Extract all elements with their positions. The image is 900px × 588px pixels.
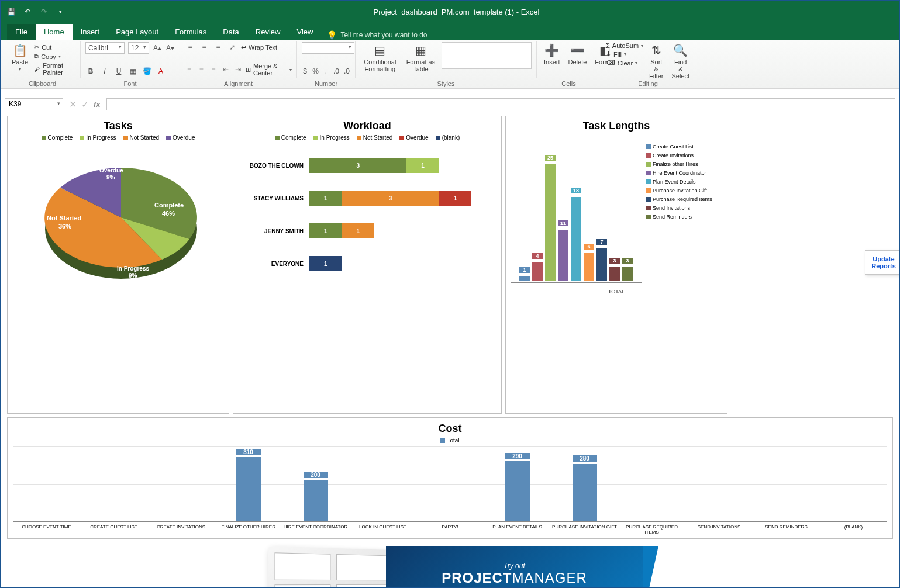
paste-button[interactable]: 📋 Paste ▾ <box>9 42 30 73</box>
orientation-icon[interactable]: ⤢ <box>227 42 237 53</box>
clear-button[interactable]: ⌫Clear▾ <box>606 59 643 67</box>
workload-legend: Complete In Progress Not Started Overdue… <box>233 134 501 141</box>
brush-icon: 🖌 <box>34 65 40 72</box>
merge-center-button[interactable]: ⊞Merge & Center▾ <box>246 63 292 77</box>
name-box[interactable]: K39 <box>5 98 63 110</box>
task-length-bar: 3 <box>622 267 633 281</box>
indent-inc-icon[interactable]: ⇥ <box>233 64 242 75</box>
font-size-select[interactable]: 12 <box>128 42 149 54</box>
delete-cells-button[interactable]: ➖Delete <box>566 42 589 67</box>
qat-dropdown-icon[interactable]: ▾ <box>55 6 65 17</box>
indent-dec-icon[interactable]: ⇤ <box>221 64 230 75</box>
promo-banner[interactable]: Try out PROJECTMANAGER for FREE!LET'S GE… <box>269 546 632 588</box>
align-bottom-icon[interactable]: ≡ <box>213 42 223 53</box>
task-length-legend-item: Create Invitations <box>646 153 722 158</box>
comma-icon[interactable]: , <box>323 66 329 77</box>
tasks-chart-title: Tasks <box>8 116 229 134</box>
task-length-legend-item: Send Invitations <box>646 205 722 211</box>
group-label-editing: Editing <box>601 80 695 87</box>
fx-icon[interactable]: fx <box>94 100 101 109</box>
task-length-bar: 6 <box>584 253 594 281</box>
task-length-bar: 25 <box>545 164 556 281</box>
format-as-table-button[interactable]: ▦Format as Table <box>404 42 438 74</box>
workload-row-name: BOZO THE CLOWN <box>245 162 309 169</box>
tab-review[interactable]: Review <box>247 24 289 40</box>
cost-bar: 310 <box>236 457 261 521</box>
task-length-bar: 1 <box>519 276 530 281</box>
align-top-icon[interactable]: ≡ <box>185 42 195 53</box>
fill-color-button[interactable]: 🪣 <box>142 66 152 77</box>
tab-insert[interactable]: Insert <box>73 24 108 40</box>
cond-format-icon: ▤ <box>373 43 387 57</box>
italic-button[interactable]: I <box>99 66 110 77</box>
align-left-icon[interactable]: ≡ <box>185 64 194 75</box>
workload-segment: 1 <box>309 223 342 238</box>
workload-row: STACY WILLIAMS131 <box>245 182 489 215</box>
wrap-icon: ↩ <box>241 44 246 51</box>
font-family-select[interactable]: Calibri <box>85 42 125 54</box>
decrease-decimal-icon[interactable]: .0 <box>343 66 350 77</box>
border-button[interactable]: ▦ <box>127 66 138 77</box>
wrap-text-button[interactable]: ↩Wrap Text <box>241 44 277 51</box>
save-icon[interactable]: 💾 <box>6 6 16 17</box>
percent-icon[interactable]: % <box>312 66 319 77</box>
sort-filter-button[interactable]: ⇅Sort & Filter <box>647 42 665 81</box>
find-select-button[interactable]: 🔍Find & Select <box>670 42 692 81</box>
tab-file[interactable]: File <box>7 24 36 40</box>
task-length-legend-item: Create Guest List <box>646 144 722 150</box>
autosum-button[interactable]: ΣAutoSum▾ <box>606 42 643 49</box>
workload-bar: 1 <box>309 256 489 271</box>
task-length-bar: 11 <box>558 230 568 281</box>
ribbon: 📋 Paste ▾ ✂Cut ⧉Copy▾ 🖌Format Painter Cl… <box>1 40 899 89</box>
task-length-legend-item: Send Reminders <box>646 214 722 220</box>
tab-formulas[interactable]: Formulas <box>167 24 215 40</box>
task-lengths-bars: 142511186733 <box>511 138 642 283</box>
currency-icon[interactable]: $ <box>302 66 308 77</box>
tab-data[interactable]: Data <box>215 24 247 40</box>
tell-me-search[interactable]: 💡 Tell me what you want to do <box>327 30 427 40</box>
cell-styles-gallery[interactable] <box>442 42 532 69</box>
tab-page-layout[interactable]: Page Layout <box>108 24 167 40</box>
cost-x-label: PURCHASE REQUIRED ITEMS <box>619 524 685 535</box>
svg-text:9%: 9% <box>106 174 115 181</box>
svg-text:9%: 9% <box>129 272 137 279</box>
update-reports-button[interactable]: Update Reports <box>865 250 900 275</box>
cut-button[interactable]: ✂Cut <box>34 43 75 51</box>
increase-decimal-icon[interactable]: .0 <box>333 66 340 77</box>
format-painter-button[interactable]: 🖌Format Painter <box>34 62 75 76</box>
group-label-cells: Cells <box>537 80 601 87</box>
banner-tryout: Try out <box>504 562 525 570</box>
align-center-icon[interactable]: ≡ <box>197 64 206 75</box>
group-alignment: ≡ ≡ ≡ ⤢ ↩Wrap Text ≡ ≡ ≡ ⇤ ⇥ ⊞Merge & Ce… <box>180 41 297 78</box>
task-lengths-chart-panel[interactable]: Task Lengths 142511186733 Create Guest L… <box>505 116 727 414</box>
underline-button[interactable]: U <box>113 66 124 77</box>
font-color-button[interactable]: A <box>156 66 166 77</box>
redo-icon[interactable]: ↷ <box>39 6 49 17</box>
formula-input[interactable] <box>106 98 895 110</box>
paste-label: Paste <box>12 58 28 65</box>
banner-brand: PROJECTMANAGER <box>442 570 587 586</box>
undo-icon[interactable]: ↶ <box>22 6 33 17</box>
decrease-font-icon[interactable]: A▾ <box>165 43 175 53</box>
cancel-formula-icon[interactable]: ✕ <box>69 99 77 110</box>
tab-home[interactable]: Home <box>36 24 73 40</box>
tab-view[interactable]: View <box>288 24 321 40</box>
fill-button[interactable]: ⬇Fill▾ <box>606 50 643 58</box>
search-icon: 🔍 <box>674 43 688 57</box>
copy-button[interactable]: ⧉Copy▾ <box>34 53 75 60</box>
align-middle-icon[interactable]: ≡ <box>199 42 209 53</box>
align-right-icon[interactable]: ≡ <box>209 64 218 75</box>
fill-icon: ⬇ <box>606 50 611 58</box>
cost-chart-panel[interactable]: Cost Total 310200290280 CHOOSE EVENT TIM… <box>7 417 893 539</box>
insert-cells-button[interactable]: ➕Insert <box>542 42 563 67</box>
conditional-formatting-button[interactable]: ▤Conditional Formatting <box>360 42 400 74</box>
enter-formula-icon[interactable]: ✓ <box>81 99 89 110</box>
bold-button[interactable]: B <box>85 66 96 77</box>
tasks-chart-panel[interactable]: Tasks Complete In Progress Not Started O… <box>7 116 229 414</box>
workload-chart-panel[interactable]: Workload Complete In Progress Not Starte… <box>233 116 502 414</box>
number-format-select[interactable] <box>302 42 354 54</box>
workload-bar: 131 <box>309 191 489 206</box>
cost-x-label: CREATE INVITATIONS <box>148 524 214 535</box>
cost-x-label: LOCK IN GUEST LIST <box>350 524 416 535</box>
increase-font-icon[interactable]: A▴ <box>153 43 162 53</box>
